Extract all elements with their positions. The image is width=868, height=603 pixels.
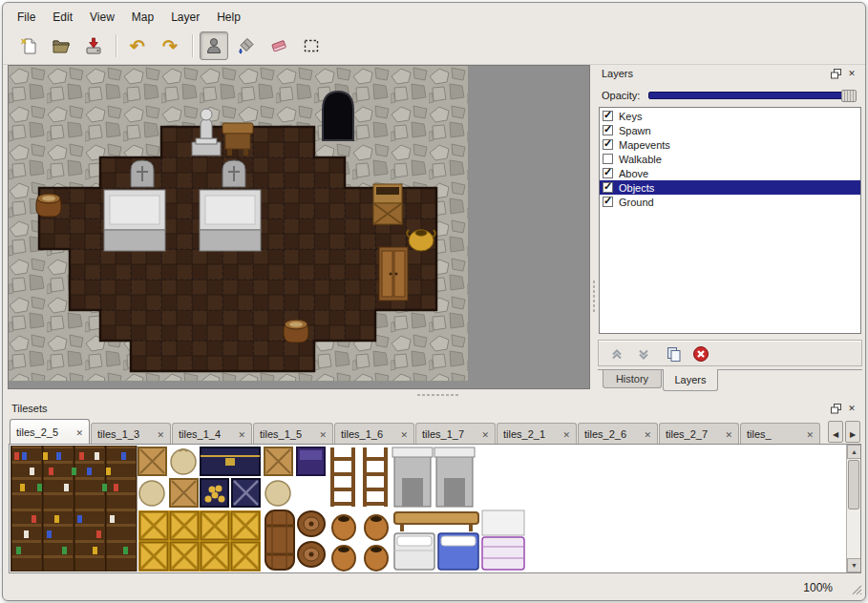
tab-history[interactable]: History — [603, 370, 662, 388]
status-bar: 100% — [3, 573, 866, 600]
layer-visibility-checkbox[interactable] — [603, 168, 613, 178]
redo-icon — [162, 35, 178, 57]
float-panel-button[interactable] — [829, 68, 842, 80]
tileset-tab[interactable]: tiles_ — [740, 423, 820, 444]
fill-tool-button[interactable] — [232, 31, 261, 60]
opacity-slider-handle[interactable] — [841, 90, 857, 102]
eraser-icon — [269, 36, 288, 55]
menu-file[interactable]: File — [9, 7, 44, 28]
close-icon[interactable] — [806, 428, 814, 440]
layer-row-ground[interactable]: Ground — [600, 195, 860, 209]
tileset-tab[interactable]: tiles_2_5 — [10, 419, 90, 444]
menu-help[interactable]: Help — [208, 7, 249, 28]
tileset-scrollbar[interactable] — [846, 445, 860, 572]
layer-visibility-checkbox[interactable] — [603, 182, 613, 193]
tab-scroll-left-button[interactable] — [828, 421, 843, 443]
duplicate-icon — [667, 346, 682, 362]
scroll-down-button[interactable] — [847, 558, 861, 572]
new-file-button[interactable] — [14, 31, 43, 60]
scrollbar-thumb[interactable] — [848, 460, 859, 509]
lower-layer-button[interactable] — [633, 344, 654, 364]
layer-visibility-checkbox[interactable] — [603, 139, 613, 150]
close-icon[interactable] — [75, 426, 83, 438]
tileset-tab[interactable]: tiles_1_7 — [415, 423, 496, 444]
close-icon[interactable] — [157, 428, 164, 440]
menu-edit[interactable]: Edit — [44, 7, 81, 28]
tileset-tab-label: tiles_2_6 — [584, 428, 640, 440]
layer-visibility-checkbox[interactable] — [603, 111, 613, 121]
delete-icon — [692, 345, 709, 363]
layer-row-walkable[interactable]: Walkable — [600, 152, 860, 166]
open-file-button[interactable] — [47, 31, 75, 60]
close-icon[interactable] — [319, 428, 327, 440]
menu-map[interactable]: Map — [123, 7, 162, 28]
tilesets-panel-titlebar: Tilesets — [8, 400, 862, 417]
close-icon[interactable] — [238, 428, 245, 440]
map-canvas[interactable] — [9, 66, 468, 381]
float-icon — [831, 404, 841, 414]
tileset-tab[interactable]: tiles_1_4 — [172, 423, 252, 444]
save-file-button[interactable] — [79, 31, 108, 60]
layer-visibility-checkbox[interactable] — [603, 197, 613, 207]
close-icon[interactable] — [400, 428, 408, 440]
vertical-splitter[interactable] — [590, 65, 598, 389]
scroll-up-button[interactable] — [847, 445, 861, 459]
tileset-tab[interactable]: tiles_1_3 — [91, 423, 171, 444]
eraser-tool-button[interactable] — [265, 31, 293, 60]
close-icon[interactable] — [481, 428, 489, 440]
opacity-slider-fill — [649, 93, 856, 98]
tab-layers[interactable]: Layers — [663, 369, 718, 391]
close-icon[interactable] — [562, 428, 570, 440]
redo-button[interactable] — [156, 31, 184, 60]
menu-view[interactable]: View — [81, 7, 123, 28]
tileset-tab[interactable]: tiles_2_7 — [659, 423, 739, 444]
stamp-tool-button[interactable] — [200, 31, 228, 60]
tileset-tab[interactable]: tiles_1_6 — [334, 423, 414, 444]
chevron-up-icon — [609, 346, 625, 362]
layer-list[interactable]: Keys Spawn Mapevents Walkable Above Obje… — [599, 107, 861, 334]
opacity-label: Opacity: — [602, 90, 648, 101]
rect-select-icon — [302, 36, 321, 55]
tab-scroll-right-button[interactable] — [845, 421, 860, 443]
float-panel-button[interactable] — [829, 403, 842, 415]
opacity-slider[interactable] — [648, 92, 857, 99]
save-icon — [84, 36, 103, 55]
layer-actions-toolbar — [598, 340, 862, 366]
layer-name: Ground — [619, 197, 654, 208]
layers-panel-title: Layers — [602, 68, 633, 79]
layer-row-mapevents[interactable]: Mapevents — [600, 137, 860, 152]
tileset-image[interactable] — [11, 446, 526, 572]
left-arrow-icon — [833, 424, 838, 441]
layer-row-spawn[interactable]: Spawn — [600, 123, 860, 137]
resize-grip-icon[interactable] — [851, 584, 863, 596]
new-file-icon — [19, 36, 38, 55]
close-panel-button close-icon[interactable] — [845, 403, 858, 415]
close-icon[interactable] — [644, 428, 651, 440]
layer-name: Above — [619, 168, 648, 179]
right-arrow-icon — [850, 424, 856, 441]
layer-row-objects[interactable]: Objects — [600, 180, 860, 195]
layer-visibility-checkbox[interactable] — [603, 154, 613, 164]
delete-layer-button[interactable] — [690, 344, 711, 364]
dock-tab-line — [598, 369, 862, 370]
layer-row-above[interactable]: Above — [600, 166, 860, 180]
tileset-content[interactable] — [9, 444, 861, 573]
raise-layer-button[interactable] — [606, 344, 627, 364]
close-panel-button close-icon[interactable] — [845, 68, 858, 80]
duplicate-layer-button[interactable] — [664, 344, 685, 364]
close-icon[interactable] — [725, 428, 732, 440]
tileset-tab-label: tiles_1_4 — [179, 428, 234, 440]
menu-layer[interactable]: Layer — [162, 7, 208, 28]
select-tool-button[interactable] — [297, 31, 326, 60]
map-viewport[interactable] — [8, 65, 590, 389]
layers-panel: Layers Opacity: Keys — [598, 65, 862, 391]
layer-visibility-checkbox[interactable] — [603, 125, 613, 135]
horizontal-splitter[interactable] — [8, 391, 862, 400]
tileset-tab[interactable]: tiles_2_6 — [578, 423, 658, 444]
tileset-tab[interactable]: tiles_1_5 — [253, 423, 333, 444]
tileset-tab-label: tiles_1_3 — [97, 428, 153, 440]
layer-row-keys[interactable]: Keys — [600, 109, 860, 123]
undo-button[interactable] — [123, 31, 152, 60]
tileset-tab[interactable]: tiles_2_1 — [497, 423, 577, 444]
toolbar — [3, 30, 865, 64]
